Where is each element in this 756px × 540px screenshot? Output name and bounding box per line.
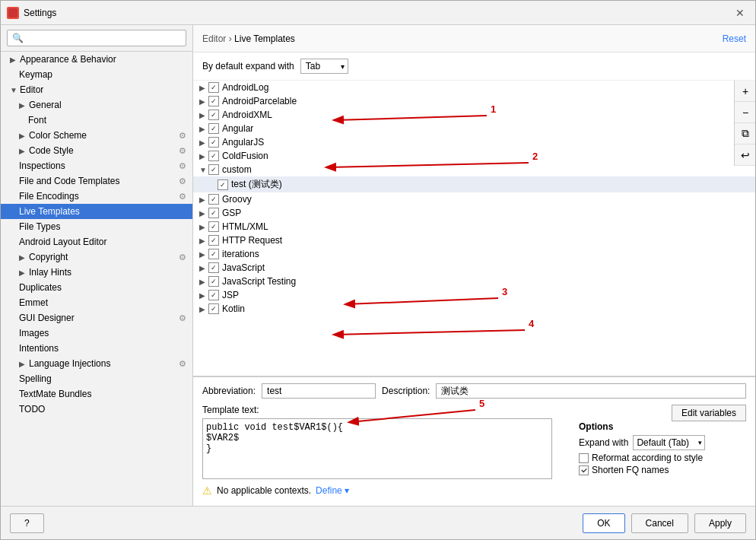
template-group-row[interactable]: ▶ ✓ JavaScript Testing [193, 275, 755, 288]
sidebar-item-color-scheme[interactable]: ▶ Color Scheme ⚙ [1, 128, 192, 143]
expand-arrow: ▶ [19, 360, 27, 368]
template-group-row[interactable]: ▶ ✓ Groovy [193, 192, 755, 206]
template-group-row[interactable]: ▶ ✓ Kotlin [193, 302, 755, 316]
cancel-button[interactable]: Cancel [631, 513, 688, 533]
checkbox[interactable]: ✓ [208, 110, 219, 120]
checkbox[interactable]: ✓ [208, 290, 219, 300]
template-group-row[interactable]: ▶ ✓ HTTP Request [193, 233, 755, 247]
sidebar-item-file-code-templates[interactable]: File and Code Templates ⚙ [1, 173, 192, 189]
sidebar-item-live-templates[interactable]: Live Templates [1, 204, 192, 219]
close-button[interactable]: ✕ [731, 5, 749, 21]
template-group-row[interactable]: ▶ ✓ iterations [193, 247, 755, 261]
define-link[interactable]: Define ▾ [316, 485, 349, 496]
checkbox[interactable]: ✓ [208, 164, 219, 175]
template-group-row[interactable]: ▶ ✓ AndroidLog [193, 81, 755, 94]
template-group-row[interactable]: ▶ ✓ GSP [193, 206, 755, 220]
remove-template-button[interactable]: − [735, 102, 755, 123]
description-label: Description: [382, 386, 430, 396]
checkbox[interactable]: ✓ [208, 276, 219, 287]
group-label: iterations [222, 249, 749, 259]
apply-button[interactable]: Apply [694, 513, 746, 533]
checkbox[interactable]: ✓ [208, 235, 219, 246]
sidebar-item-editor[interactable]: ▼ Editor [1, 82, 192, 97]
template-text-input[interactable]: public void test$VAR1$(){ $VAR2$ } [202, 418, 552, 479]
sidebar-item-appearance[interactable]: ▶ Appearance & Behavior [1, 52, 192, 67]
group-label: JavaScript Testing [222, 276, 749, 287]
sidebar-item-emmet[interactable]: Emmet [1, 295, 192, 310]
sidebar-item-keymap[interactable]: Keymap [1, 67, 192, 82]
group-label: AngularJS [222, 137, 749, 148]
checkbox[interactable]: ✓ [208, 194, 219, 205]
sidebar-item-language-injections[interactable]: ▶ Language Injections ⚙ [1, 356, 192, 371]
sidebar-item-inspections[interactable]: Inspections ⚙ [1, 158, 192, 173]
help-button[interactable]: ? [10, 513, 44, 533]
shorten-checkbox[interactable] [579, 465, 589, 475]
checkbox[interactable]: ✓ [208, 262, 219, 273]
template-group-row[interactable]: ▶ ✓ HTML/XML [193, 220, 755, 233]
gear-icon: ⚙ [179, 146, 186, 156]
checkbox[interactable]: ✓ [208, 303, 219, 314]
bottom-panel: Abbreviation: Description: Template text… [193, 376, 755, 506]
expand-arrow: ▶ [19, 101, 27, 110]
template-group-row[interactable]: ▶ ✓ Angular [193, 122, 755, 135]
group-label: AndroidXML [222, 110, 749, 120]
expand-with-row: Expand with Default (Tab) Tab Enter Spac… [579, 435, 746, 450]
sidebar-item-file-encodings[interactable]: File Encodings ⚙ [1, 189, 192, 204]
checkbox[interactable]: ✓ [208, 96, 219, 106]
sidebar-item-android-layout[interactable]: Android Layout Editor [1, 234, 192, 249]
template-group-row[interactable]: ▶ ✓ ColdFusion [193, 149, 755, 163]
sidebar-item-inlay-hints[interactable]: ▶ Inlay Hints [1, 265, 192, 280]
sidebar-item-textmate[interactable]: TextMate Bundles [1, 386, 192, 402]
dialog-body: ▶ Appearance & Behavior Keymap ▼ Editor … [1, 25, 755, 506]
sidebar-item-code-style[interactable]: ▶ Code Style ⚙ [1, 143, 192, 158]
sidebar-item-todo[interactable]: TODO [1, 402, 192, 417]
sidebar-item-spelling[interactable]: Spelling [1, 371, 192, 386]
group-label: HTML/XML [222, 221, 749, 232]
ok-button[interactable]: OK [583, 513, 624, 533]
add-template-button[interactable]: + [735, 81, 755, 102]
child-label: test (测试类) [231, 178, 749, 191]
abbreviation-input[interactable] [262, 383, 376, 399]
template-group-row[interactable]: ▶ ✓ JavaScript [193, 261, 755, 275]
checkbox[interactable]: ✓ [208, 208, 219, 218]
template-group-row[interactable]: ▶ ✓ AngularJS [193, 135, 755, 149]
copy-template-button[interactable]: ⧉ [735, 123, 755, 145]
reformat-checkbox[interactable] [579, 453, 589, 463]
sidebar-item-copyright[interactable]: ▶ Copyright ⚙ [1, 249, 192, 265]
expand-icon: ▶ [199, 97, 208, 106]
expand-select-wrapper: Tab Enter Space [300, 59, 348, 74]
sidebar-item-font[interactable]: Font [1, 113, 192, 128]
checkbox[interactable]: ✓ [208, 123, 219, 134]
undo-template-button[interactable]: ↩ [735, 145, 755, 166]
sidebar-item-file-types[interactable]: File Types [1, 219, 192, 234]
checkbox[interactable]: ✓ [218, 179, 228, 190]
expand-with-select[interactable]: Tab Enter Space [300, 59, 348, 74]
expand-icon: ▶ [199, 278, 208, 286]
checkbox[interactable]: ✓ [208, 221, 219, 232]
template-group-row[interactable]: ▶ ✓ JSP [193, 288, 755, 302]
edit-variables-button[interactable]: Edit variables [672, 405, 746, 421]
template-child-row[interactable]: ✓ test (测试类) [193, 176, 755, 192]
checkbox[interactable]: ✓ [208, 151, 219, 161]
search-input[interactable] [7, 30, 186, 46]
checkbox[interactable]: ✓ [208, 249, 219, 259]
checkbox[interactable]: ✓ [208, 137, 219, 148]
reset-button[interactable]: Reset [723, 33, 746, 44]
expand-icon: ▶ [199, 138, 208, 147]
gear-icon: ⚙ [179, 176, 186, 186]
expand-with-options-select[interactable]: Default (Tab) Tab Enter Space [633, 435, 705, 450]
template-group-row[interactable]: ▼ ✓ custom [193, 163, 755, 176]
template-group-row[interactable]: ▶ ✓ AndroidParcelable [193, 94, 755, 108]
description-input[interactable] [436, 383, 746, 399]
template-group-row[interactable]: ▶ ✓ AndroidXML [193, 108, 755, 122]
expand-arrow: ▶ [19, 147, 27, 155]
sidebar-item-images[interactable]: Images [1, 326, 192, 341]
expand-icon: ▶ [199, 223, 208, 231]
sidebar-item-duplicates[interactable]: Duplicates [1, 280, 192, 295]
group-label: Kotlin [222, 303, 749, 314]
sidebar-item-gui-designer[interactable]: GUI Designer ⚙ [1, 310, 192, 326]
sidebar-item-general[interactable]: ▶ General [1, 97, 192, 113]
sidebar-item-label: Copyright [29, 252, 68, 262]
sidebar-item-intentions[interactable]: Intentions [1, 341, 192, 356]
checkbox[interactable]: ✓ [208, 82, 219, 93]
